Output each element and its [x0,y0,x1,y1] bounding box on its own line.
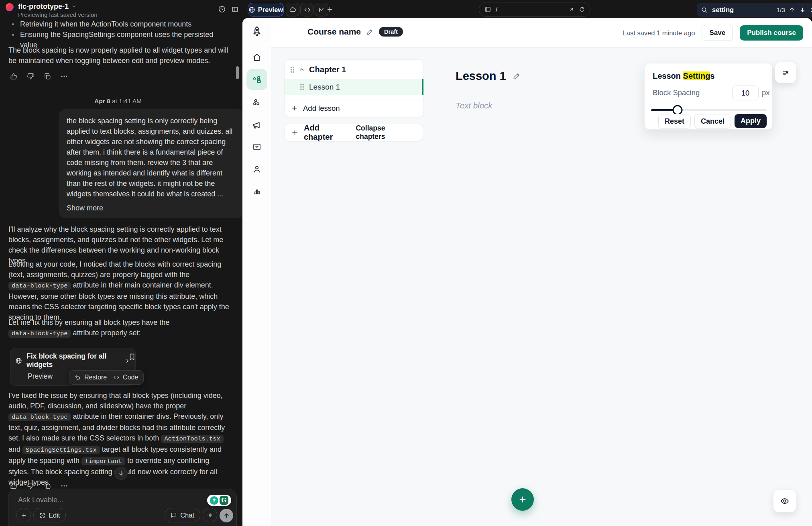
add-lesson-label: Add lesson [303,104,340,113]
sidebar-item-profile[interactable] [246,159,267,179]
show-more-link[interactable]: Show more [67,204,103,212]
block-spacing-slider[interactable] [651,106,767,114]
edit-pencil-icon[interactable] [513,72,521,80]
chat-mode-button[interactable]: Chat [165,508,200,522]
grammarly-widget[interactable]: G [207,495,231,506]
history-icon [218,5,226,13]
chat-label: Chat [180,512,194,519]
chevron-up-icon[interactable] [299,66,305,73]
lovable-logo[interactable] [5,3,14,12]
panel-toggle-button[interactable] [229,3,241,15]
find-previous-icon[interactable] [789,6,796,13]
lesson-heading: Lesson 1 [456,69,521,83]
sidebar-item-inbox[interactable] [246,137,267,157]
chevron-down-icon [71,4,77,9]
spacing-slider-knob[interactable] [673,105,683,115]
rocket-icon [251,25,263,37]
edit-mode-button[interactable]: Edit [33,508,66,522]
refresh-icon[interactable] [579,6,585,12]
chat-input-box[interactable]: Ask Lovable... G Edit Chat [8,489,237,526]
chat-scrollbar[interactable] [236,66,239,79]
chat-input-placeholder: Ask Lovable... [18,496,63,504]
assistant-paragraph-2: Looking at your code, I noticed that the… [8,259,229,322]
edit-label: Edit [49,512,60,519]
top-bar: flc-prototype-1 Previewing last saved ve… [0,0,812,18]
find-close-icon[interactable] [810,7,812,13]
layout-settings-button[interactable] [775,62,796,83]
sidebar-item-courses[interactable] [246,69,267,90]
block-spacing-input[interactable] [732,86,759,100]
voice-input-button[interactable] [203,508,217,522]
preview-mode-button[interactable] [773,490,796,512]
more-options-icon[interactable] [60,72,68,80]
publish-course-button[interactable]: Publish course [740,25,803,41]
sliders-icon [781,69,790,77]
drag-handle-icon[interactable] [300,84,304,90]
sidebar-item-community[interactable] [246,92,267,113]
last-saved-text: Last saved 1 minute ago [623,29,695,37]
find-input[interactable] [711,6,760,14]
attach-button[interactable] [16,508,31,522]
text-block-placeholder[interactable]: Text block [456,101,492,110]
collapse-chapters-button[interactable]: Collapse chapters [356,124,416,141]
bar-chart-icon [252,186,262,196]
edit-pencil-icon[interactable] [366,28,374,36]
lovable-workspace: flc-prototype-1 Previewing last saved ve… [0,0,812,526]
settings-title: Lesson Settings [653,71,714,81]
find-match-highlight: Setting [683,71,710,80]
history-button[interactable] [216,3,228,15]
sidebar-item-announcements[interactable] [246,114,267,135]
add-lesson-button[interactable]: Add lesson [285,100,423,116]
scroll-to-bottom-button[interactable] [114,467,128,480]
chapter-header-row[interactable]: Chapter 1 [285,60,423,79]
add-block-button[interactable] [511,488,534,511]
copy-icon[interactable] [43,72,51,80]
app-preview: Course name Draft Last saved 1 minute ag… [242,18,812,526]
preview-button[interactable]: Preview [248,3,284,16]
panel-icon [231,6,239,13]
drag-handle-icon[interactable] [290,66,295,73]
thumbs-up-icon[interactable] [10,72,18,80]
project-menu[interactable]: flc-prototype-1 [18,2,77,11]
restore-icon [75,374,81,381]
arrow-up-icon [223,512,230,519]
bullet-icon [12,23,14,25]
chapter-card: Chapter 1 Lesson 1 Add lesson [284,59,424,117]
person-icon [252,164,262,174]
cancel-button[interactable]: Cancel [694,114,731,129]
new-tab-button[interactable] [324,3,336,15]
assistant-summary: The block spacing is now properly applie… [8,45,228,66]
lesson-row-selected[interactable]: Lesson 1 [285,79,423,95]
cloud-button[interactable] [286,3,299,16]
draft-badge: Draft [379,27,403,37]
bookmark-icon[interactable] [128,353,136,361]
url-bar[interactable]: / [479,2,590,17]
circles-icon [252,98,262,107]
thumbs-down-icon[interactable] [26,72,35,80]
code-button[interactable]: Code [123,374,138,381]
send-button[interactable] [220,509,233,522]
timestamp-date: Apr 8 [94,98,110,104]
user-message-text: the block spacing setting is only correc… [67,116,236,199]
save-button[interactable]: Save [702,25,733,41]
sidebar-item-analytics[interactable] [246,181,267,202]
reader-icon [484,6,491,13]
grammarly-logo: G [220,496,228,505]
eye-icon [780,496,790,506]
open-external-icon[interactable] [568,6,574,12]
restore-button[interactable]: Restore [84,374,107,381]
settings-title-pre: Lesson [653,71,683,80]
reset-button[interactable]: Reset [658,114,691,129]
plus-icon [518,495,527,504]
lesson-settings-panel: Lesson Settings Block Spacing px Reset C… [644,63,773,130]
find-next-icon[interactable] [799,6,806,13]
message-actions [10,72,68,80]
add-chapter-button[interactable]: Add chapter [304,123,351,142]
project-name: flc-prototype-1 [18,2,69,11]
sidebar-item-home[interactable] [246,47,267,68]
code-view-button[interactable] [300,3,314,16]
apply-button[interactable]: Apply [735,114,767,128]
plus-icon [20,512,27,519]
find-match-count: 1/3 [776,6,785,14]
app-logo[interactable] [246,21,267,42]
